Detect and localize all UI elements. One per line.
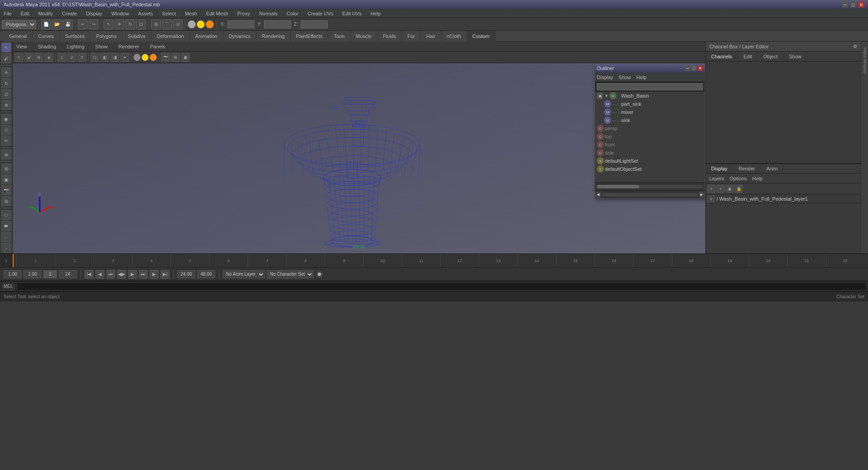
next-key-btn[interactable]: ⏭ — [139, 270, 148, 279]
select-tool[interactable]: ↖ — [104, 19, 113, 29]
outliner-minimize[interactable]: ─ — [685, 66, 690, 71]
menu-create-uvs[interactable]: Create UVs — [306, 10, 335, 17]
maximize-button[interactable]: □ — [850, 1, 856, 8]
select-mode-btn[interactable]: ↖ — [1, 42, 11, 52]
outliner-item-part-sink[interactable]: M — ○ part_sink — [595, 100, 705, 108]
tab-fluids[interactable]: Fluids — [377, 31, 402, 42]
sculpt-btn[interactable]: ⬭ — [1, 210, 11, 220]
go-to-start-btn[interactable]: |◀ — [85, 270, 94, 279]
menu-edit[interactable]: Edit — [19, 10, 31, 17]
rotate-tool[interactable]: ↻ — [125, 19, 135, 29]
timeline[interactable]: 1 1 2 3 4 5 6 7 8 9 10 11 12 13 14 15 16… — [0, 254, 868, 267]
vt-smooth-high[interactable]: 3 — [77, 53, 86, 62]
undo-button[interactable]: ↩ — [78, 19, 88, 29]
paint-btn[interactable]: 🖌 — [1, 53, 11, 63]
tab-hair[interactable]: Hair — [421, 31, 441, 42]
move-btn[interactable]: ✛ — [1, 67, 11, 77]
paint-select-btn[interactable]: ✏ — [1, 136, 11, 146]
go-to-end-btn[interactable]: ▶| — [160, 270, 170, 279]
close-button[interactable]: ✕ — [858, 1, 864, 8]
layer-menu-help[interactable]: Help — [752, 176, 763, 181]
menu-assets[interactable]: Assets — [136, 10, 155, 17]
outliner-scrollbar[interactable] — [595, 182, 705, 190]
layer-tab-display[interactable]: Display — [706, 164, 733, 173]
channel-box-options[interactable]: ⚙ — [853, 44, 857, 49]
outliner-hscrollbar-track[interactable] — [602, 193, 698, 197]
play-back-btn[interactable]: ◀▶ — [117, 270, 126, 279]
layer-visibility[interactable]: V — [708, 195, 715, 202]
cb-tab-object[interactable]: Object — [758, 52, 783, 61]
anim-layer-select[interactable]: No Anim Layer — [223, 270, 265, 278]
render-region-btn[interactable]: ▣ — [1, 174, 11, 184]
le-new-layer[interactable]: + — [708, 185, 716, 193]
camera-btn[interactable]: 📷 — [1, 185, 11, 195]
layer-menu-options[interactable]: Options — [730, 176, 747, 181]
outliner-item-wash-basin[interactable]: ◉ ▼ G Wash_Basin — [595, 92, 705, 100]
vt-iso[interactable]: ◈ — [44, 53, 53, 62]
menu-color[interactable]: Color — [285, 10, 300, 17]
outliner-scrollbar-thumb[interactable] — [597, 185, 639, 188]
viewport[interactable]: .wire { stroke: #2233cc; stroke-width: 0… — [13, 63, 705, 254]
vt-smooth-low[interactable]: 2 — [67, 53, 76, 62]
vp-menu-show[interactable]: Show — [94, 43, 110, 50]
vp-menu-panels[interactable]: Panels — [148, 43, 167, 50]
outliner-search-input[interactable] — [597, 83, 703, 90]
menu-file[interactable]: File — [2, 10, 14, 17]
vt-shaded[interactable]: ◧ — [100, 53, 109, 62]
z-input[interactable] — [301, 20, 328, 28]
playback-end-input[interactable]: 24 — [59, 270, 77, 278]
outliner-maximize[interactable]: □ — [691, 66, 697, 71]
vp-menu-lighting[interactable]: Lighting — [65, 43, 86, 50]
vt-select[interactable]: ↖ — [14, 53, 24, 62]
menu-window[interactable]: Window — [109, 10, 131, 17]
outliner-item-sink[interactable]: M — ○ sink — [595, 116, 705, 124]
play-btn[interactable]: ▶ — [128, 270, 137, 279]
vt-color-1[interactable] — [133, 54, 141, 61]
outliner-item-top[interactable]: C top — [595, 132, 705, 141]
tab-custom[interactable]: Custom — [467, 31, 495, 42]
cb-tab-edit[interactable]: Edit — [738, 52, 758, 61]
vt-light[interactable]: ☀ — [120, 53, 129, 62]
next-frame-btn[interactable]: ▶ — [150, 270, 159, 279]
open-button[interactable]: 📂 — [52, 19, 62, 29]
cb-tab-show[interactable]: Show — [783, 52, 807, 61]
le-hide-layer[interactable]: ◉ — [726, 185, 734, 193]
menu-edit-mesh[interactable]: Edit Mesh — [204, 10, 230, 17]
rotate-btn[interactable]: ↻ — [1, 78, 11, 88]
menu-help[interactable]: Help — [369, 10, 383, 17]
outliner-eye-wash-basin[interactable]: ◉ — [597, 93, 603, 99]
vt-render-region[interactable]: ▣ — [181, 53, 190, 62]
character-set-select[interactable]: No Character Set — [267, 270, 314, 278]
grid-btn[interactable]: ⊞ — [1, 196, 11, 206]
tab-dynamics[interactable]: Dynamics — [223, 31, 256, 42]
menu-normals[interactable]: Normals — [257, 10, 279, 17]
tab-general[interactable]: General — [4, 31, 33, 42]
tab-painteffects[interactable]: PaintEffects — [291, 31, 329, 42]
playback-start-input[interactable]: 1.00 — [4, 270, 22, 278]
save-button[interactable]: 💾 — [63, 19, 73, 29]
snap-grid[interactable]: ⊞ — [151, 19, 161, 29]
scale-tool[interactable]: ⊡ — [136, 19, 146, 29]
tab-ncloth[interactable]: nCloth — [441, 31, 467, 42]
snap-point[interactable]: ◎ — [173, 19, 183, 29]
vp-menu-view[interactable]: View — [14, 43, 29, 50]
vt-cam-attr[interactable]: 📷 — [161, 53, 170, 62]
tab-muscle[interactable]: Muscle — [350, 31, 377, 42]
menu-display[interactable]: Display — [84, 10, 104, 17]
range-end-input[interactable] — [197, 270, 215, 278]
mode-select[interactable]: Polygons — [2, 20, 36, 29]
auto-key-btn[interactable]: ⬤ — [316, 271, 323, 278]
playback-frame-number[interactable] — [43, 270, 57, 278]
quad-btn[interactable]: ⊞ — [1, 164, 11, 174]
paint-blend-btn[interactable]: ⬫ — [1, 232, 11, 242]
universal-btn[interactable]: ⊕ — [1, 100, 11, 110]
soft-select-btn[interactable]: ◉ — [1, 114, 11, 124]
outliner-item-persp[interactable]: C persp — [595, 124, 705, 132]
tab-surfaces[interactable]: Surfaces — [60, 31, 90, 42]
vt-color-3[interactable] — [150, 54, 157, 61]
vt-textured[interactable]: ◨ — [110, 53, 119, 62]
artisan-btn[interactable]: ⬪ — [1, 243, 11, 253]
layer-tab-anim[interactable]: Anim — [761, 164, 783, 173]
le-lock-layer[interactable]: 🔒 — [735, 185, 743, 193]
prev-frame-btn[interactable]: ◀ — [95, 270, 104, 279]
